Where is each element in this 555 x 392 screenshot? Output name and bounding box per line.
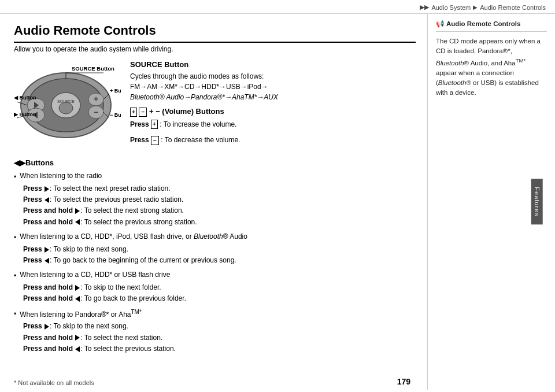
- bullet-item: • When listening to a CD, HDD* or USB fl…: [14, 269, 416, 281]
- list-item: Press and hold : To skip to the next fol…: [23, 282, 416, 293]
- breadcrumb-separator: ▶: [473, 4, 478, 10]
- svg-text:−: −: [94, 108, 98, 117]
- list-item: Press : To select the next preset radio …: [23, 183, 416, 194]
- breadcrumb-part1: Audio System: [431, 4, 471, 11]
- svg-text:▶ Button: ▶ Button: [14, 112, 36, 117]
- svg-text:SOURCE Button: SOURCE Button: [72, 65, 114, 72]
- volume-increase: Press + : To increase the volume.: [130, 119, 416, 130]
- nav-buttons-section: ◀▶◀▶ButtonsButtons • When listening to t…: [14, 158, 416, 354]
- svg-text:◀ Button: ◀ Button: [14, 95, 36, 101]
- minus-icon: −: [139, 108, 147, 117]
- top-content: SOURCE + −: [14, 60, 416, 150]
- list-item: • When listening to Pandora®* or AhaTM* …: [14, 308, 416, 354]
- svg-text:− Button: − Button: [110, 112, 121, 118]
- pandora-sub-list: Press : To skip to the next song. Press …: [14, 321, 416, 354]
- svg-point-4: [59, 102, 73, 114]
- divider: [436, 31, 547, 32]
- right-sidebar: 📢 Audio Remote Controls The CD mode appe…: [428, 14, 555, 390]
- svg-text:+: +: [94, 94, 98, 103]
- header: ▶▶ Audio System ▶ Audio Remote Controls: [0, 0, 555, 14]
- right-arrow-icon: [45, 247, 49, 253]
- list-item: Press and hold : To select the previous …: [23, 217, 416, 228]
- list-item: Press : To skip to the next song.: [23, 244, 416, 255]
- breadcrumb-part2: Audio Remote Controls: [480, 4, 546, 11]
- list-item: • When listening to a CD, HDD* or USB fl…: [14, 269, 416, 304]
- source-description: SOURCE Button Cycles through the audio m…: [130, 60, 416, 150]
- list-item: Press and hold : To go back to the previ…: [23, 293, 416, 304]
- cd-sub-list: Press : To skip to the next song. Press …: [14, 244, 416, 266]
- sidebar-note-text: The CD mode appears only when a CD is lo…: [436, 36, 547, 98]
- right-arrow-icon: [45, 186, 49, 192]
- page-title: Audio Remote Controls: [14, 23, 416, 43]
- left-arrow-icon: [75, 346, 80, 352]
- plus-btn-icon: +: [151, 120, 158, 129]
- list-item: Press : To select the previous preset ra…: [23, 194, 416, 205]
- footer-note: * Not available on all models: [14, 379, 94, 386]
- source-button-desc: Cycles through the audio modes as follow…: [130, 71, 416, 102]
- minus-btn-icon: −: [151, 136, 159, 145]
- right-arrow-icon: [75, 285, 80, 291]
- right-arrow-icon: [75, 335, 80, 341]
- volume-section: + − + − (Volume) Buttons Press + : To in…: [130, 107, 416, 146]
- bullet-item: • When listening to the radio: [14, 171, 416, 182]
- left-arrow-icon: [75, 219, 80, 225]
- nav-buttons-list: • When listening to the radio Press : To…: [14, 171, 416, 354]
- note-icon: 📢: [436, 20, 444, 28]
- bullet-dot: •: [14, 271, 16, 281]
- bullet-dot: •: [14, 309, 16, 319]
- radio-sub-list: Press : To select the next preset radio …: [14, 183, 416, 228]
- list-item: Press and hold : To select the previous …: [23, 343, 416, 354]
- plus-icon: +: [130, 108, 137, 117]
- volume-decrease: Press − : To decrease the volume.: [130, 135, 416, 146]
- bullet-dot: •: [14, 232, 16, 243]
- breadcrumb: ▶▶ Audio System ▶ Audio Remote Controls: [420, 3, 546, 11]
- usb-sub-list: Press and hold : To skip to the next fol…: [14, 282, 416, 304]
- left-section: Audio Remote Controls Allow you to opera…: [0, 14, 428, 390]
- bullet-dot: •: [14, 172, 16, 182]
- list-item: Press : To skip to the next song.: [23, 321, 416, 332]
- list-item: • When listening to a CD, HDD*, iPod, US…: [14, 231, 416, 266]
- bullet-item: • When listening to Pandora®* or AhaTM*: [14, 308, 416, 320]
- features-tab: Features: [531, 179, 542, 224]
- right-arrow-icon: [75, 208, 80, 214]
- svg-text:+ Button: + Button: [110, 88, 121, 94]
- left-arrow-icon: [75, 296, 80, 302]
- volume-title: + − + − (Volume) Buttons: [130, 107, 416, 117]
- remote-diagram: SOURCE + −: [14, 60, 121, 138]
- list-item: • When listening to the radio Press : To…: [14, 171, 416, 228]
- left-arrow-icon: [45, 258, 49, 264]
- list-item: Press and hold : To select the next stro…: [23, 205, 416, 216]
- page-subtitle: Allow you to operate the audio system wh…: [14, 45, 416, 53]
- list-item: Press : To go back to the beginning of t…: [23, 255, 416, 266]
- right-arrow-icon: [45, 324, 49, 330]
- main-content: Audio Remote Controls Allow you to opera…: [0, 14, 555, 390]
- source-button-title: SOURCE Button: [130, 60, 416, 69]
- left-arrow-icon: [45, 197, 49, 203]
- nav-buttons-title: ◀▶◀▶ButtonsButtons: [14, 158, 416, 167]
- list-item: Press and hold : To select the next stat…: [23, 332, 416, 343]
- sidebar-note-header: 📢 Audio Remote Controls: [436, 20, 547, 28]
- page-number: 179: [397, 377, 410, 386]
- bullet-item: • When listening to a CD, HDD*, iPod, US…: [14, 231, 416, 243]
- breadcrumb-arrow: ▶▶: [420, 3, 429, 11]
